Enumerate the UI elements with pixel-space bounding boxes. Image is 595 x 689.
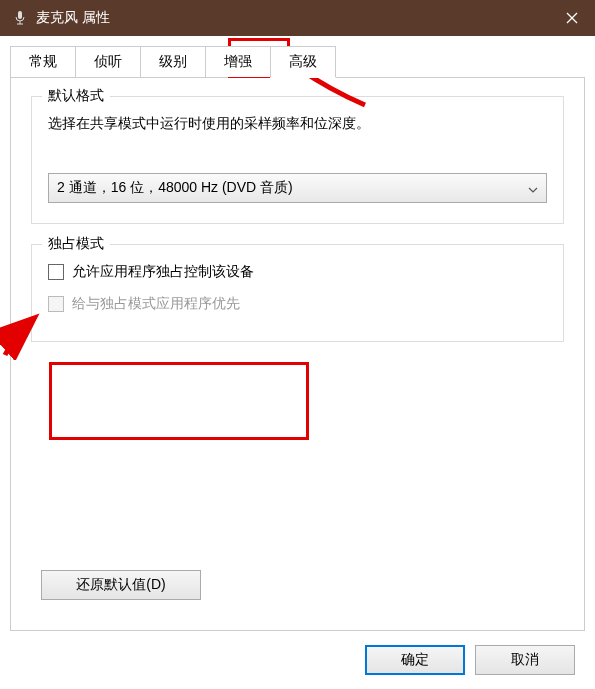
svg-rect-0	[18, 11, 22, 19]
tab-advanced[interactable]: 高级	[270, 46, 336, 78]
content-area: 常规 侦听 级别 增强 高级 默认格式 选择在共享模式中运行时使用的采样频率和位…	[0, 36, 595, 689]
chevron-down-icon	[528, 180, 538, 196]
checkbox-label-allow-exclusive: 允许应用程序独占控制该设备	[72, 263, 254, 281]
close-icon	[566, 12, 578, 24]
dialog-footer: 确定 取消	[10, 631, 585, 689]
tab-general[interactable]: 常规	[10, 46, 76, 77]
tab-panel-advanced: 默认格式 选择在共享模式中运行时使用的采样频率和位深度。 2 通道，16 位，4…	[10, 77, 585, 631]
cancel-button[interactable]: 取消	[475, 645, 575, 675]
group-title-default-format: 默认格式	[42, 87, 110, 105]
close-button[interactable]	[549, 0, 595, 36]
tab-listen[interactable]: 侦听	[75, 46, 141, 77]
tabs: 常规 侦听 级别 增强 高级	[10, 46, 585, 77]
group-default-format: 默认格式 选择在共享模式中运行时使用的采样频率和位深度。 2 通道，16 位，4…	[31, 96, 564, 224]
checkbox-row-give-priority: 给与独占模式应用程序优先	[48, 295, 547, 313]
checkbox-label-give-priority: 给与独占模式应用程序优先	[72, 295, 240, 313]
default-format-description: 选择在共享模式中运行时使用的采样频率和位深度。	[48, 115, 547, 133]
titlebar: 麦克风 属性	[0, 0, 595, 36]
annotation-highlight-exclusive	[49, 362, 309, 440]
sample-rate-dropdown[interactable]: 2 通道，16 位，48000 Hz (DVD 音质)	[48, 173, 547, 203]
restore-defaults-button[interactable]: 还原默认值(D)	[41, 570, 201, 600]
group-title-exclusive-mode: 独占模式	[42, 235, 110, 253]
checkbox-allow-exclusive[interactable]	[48, 264, 64, 280]
ok-button[interactable]: 确定	[365, 645, 465, 675]
tab-enhance[interactable]: 增强	[205, 46, 271, 77]
dropdown-selected-value: 2 通道，16 位，48000 Hz (DVD 音质)	[57, 179, 293, 197]
microphone-icon	[12, 10, 28, 26]
group-exclusive-mode: 独占模式 允许应用程序独占控制该设备 给与独占模式应用程序优先	[31, 244, 564, 342]
checkbox-row-allow-exclusive[interactable]: 允许应用程序独占控制该设备	[48, 263, 547, 281]
tab-levels[interactable]: 级别	[140, 46, 206, 77]
checkbox-give-priority	[48, 296, 64, 312]
window-title: 麦克风 属性	[36, 9, 549, 27]
